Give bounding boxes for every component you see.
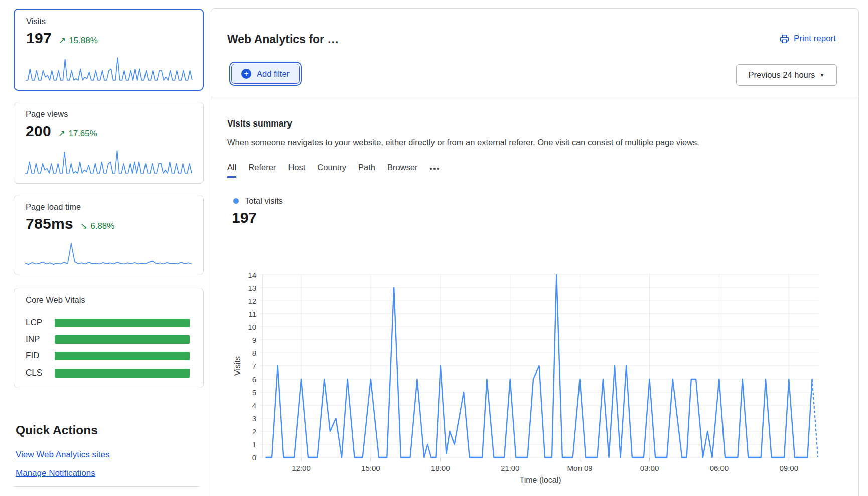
- page-load-time-value: 785ms: [26, 215, 73, 232]
- page-views-delta: ↗ 17.65%: [58, 128, 97, 139]
- legend-dot: [233, 198, 239, 204]
- visits-delta: ↗ 15.88%: [59, 35, 98, 46]
- add-filter-focus-ring: + Add filter: [229, 62, 302, 86]
- visits-card[interactable]: Visits 197 ↗ 15.88%: [14, 9, 204, 91]
- add-filter-button[interactable]: + Add filter: [231, 64, 300, 84]
- printer-icon: [780, 34, 789, 44]
- trend-down-icon: ↘: [80, 221, 87, 231]
- manage-notifications-link[interactable]: Manage Notifications: [16, 468, 95, 478]
- svg-text:18:00: 18:00: [431, 464, 450, 472]
- quick-actions-heading: Quick Actions: [16, 423, 98, 437]
- core-web-vitals-card[interactable]: Core Web Vitals LCP INP FID CLS: [14, 288, 204, 388]
- svg-text:10: 10: [248, 323, 256, 331]
- svg-text:1: 1: [252, 440, 256, 449]
- visits-value: 197: [26, 30, 52, 47]
- svg-text:4: 4: [252, 401, 256, 410]
- web-analytics-panel: Web Analytics for … Print report + Add f…: [211, 8, 859, 496]
- cwv-inp-bar: [55, 335, 190, 344]
- tab-country[interactable]: Country: [317, 163, 346, 178]
- core-web-vitals-title: Core Web Vitals: [26, 295, 85, 305]
- svg-text:2: 2: [252, 427, 256, 436]
- tab-all[interactable]: All: [227, 163, 236, 178]
- tab-path[interactable]: Path: [358, 163, 375, 178]
- svg-text:Time (local): Time (local): [520, 476, 561, 484]
- svg-text:12:00: 12:00: [292, 464, 311, 472]
- chevron-down-icon: ▼: [820, 72, 825, 78]
- cwv-fid-bar: [55, 352, 190, 360]
- page-views-value: 200: [26, 122, 51, 140]
- time-range-dropdown[interactable]: Previous 24 hours ▼: [736, 64, 837, 86]
- svg-text:09:00: 09:00: [780, 464, 799, 472]
- svg-text:14: 14: [248, 271, 256, 279]
- page-load-time-sparkline: [24, 241, 193, 268]
- svg-text:15:00: 15:00: [361, 464, 380, 472]
- page-load-time-card-title: Page load time: [26, 202, 81, 212]
- plus-circle-icon: +: [241, 69, 251, 79]
- page-load-time-delta: ↘ 6.88%: [80, 221, 114, 231]
- page-views-sparkline: [24, 149, 193, 175]
- cwv-lcp-label: LCP: [26, 318, 55, 328]
- visits-summary-title: Visits summary: [227, 118, 292, 129]
- visits-summary-description: When someone navigates to your website, …: [227, 138, 699, 147]
- view-web-analytics-sites-link[interactable]: View Web Analytics sites: [16, 450, 109, 460]
- svg-text:21:00: 21:00: [501, 464, 520, 472]
- legend-label: Total visits: [245, 196, 283, 206]
- print-report-button[interactable]: Print report: [780, 34, 836, 44]
- tab-referer[interactable]: Referer: [248, 163, 276, 178]
- page-views-card[interactable]: Page views 200 ↗ 17.65%: [14, 102, 204, 184]
- page-load-time-delta-value: 6.88%: [90, 221, 114, 231]
- page-load-time-card[interactable]: Page load time 785ms ↘ 6.88%: [14, 195, 204, 275]
- add-filter-label: Add filter: [257, 69, 290, 79]
- svg-text:03:00: 03:00: [640, 464, 659, 472]
- visits-sparkline: [25, 56, 193, 82]
- page-views-delta-value: 17.65%: [68, 129, 97, 139]
- svg-text:6: 6: [252, 375, 256, 384]
- visits-delta-value: 15.88%: [69, 36, 98, 46]
- svg-text:13: 13: [248, 284, 256, 292]
- cwv-lcp-bar: [55, 319, 190, 327]
- dimension-tabs: All Referer Host Country Path Browser ••…: [227, 163, 440, 178]
- svg-text:8: 8: [252, 349, 256, 357]
- trend-up-icon: ↗: [58, 128, 65, 139]
- trend-up-icon: ↗: [59, 35, 66, 46]
- svg-text:5: 5: [252, 388, 256, 397]
- svg-text:3: 3: [252, 414, 256, 423]
- more-tabs-button[interactable]: •••: [430, 164, 440, 178]
- tab-browser[interactable]: Browser: [387, 163, 418, 178]
- svg-text:7: 7: [252, 362, 256, 370]
- cwv-fid-label: FID: [26, 351, 55, 361]
- svg-text:06:00: 06:00: [710, 464, 729, 472]
- cwv-cls-label: CLS: [26, 368, 55, 378]
- svg-text:12: 12: [248, 297, 256, 305]
- svg-text:11: 11: [248, 310, 256, 318]
- sidebar-divider: [14, 486, 199, 487]
- svg-text:Mon 09: Mon 09: [567, 464, 593, 472]
- cwv-inp-label: INP: [26, 334, 55, 344]
- page-views-card-title: Page views: [26, 109, 68, 119]
- visits-card-title: Visits: [26, 17, 46, 26]
- tab-host[interactable]: Host: [288, 163, 305, 178]
- svg-text:0: 0: [252, 453, 256, 462]
- chart-legend: Total visits: [233, 196, 283, 206]
- time-range-label: Previous 24 hours: [749, 70, 815, 80]
- page-title: Web Analytics for …: [227, 33, 339, 46]
- visits-line-chart: 12:0015:0018:0021:00Mon 0903:0006:0009:0…: [221, 262, 853, 496]
- total-visits-value: 197: [232, 209, 257, 226]
- header-divider: [211, 97, 858, 97]
- print-report-label: Print report: [794, 34, 836, 44]
- svg-text:9: 9: [252, 336, 256, 344]
- cwv-cls-bar: [55, 369, 190, 378]
- svg-text:Visits: Visits: [233, 356, 242, 376]
